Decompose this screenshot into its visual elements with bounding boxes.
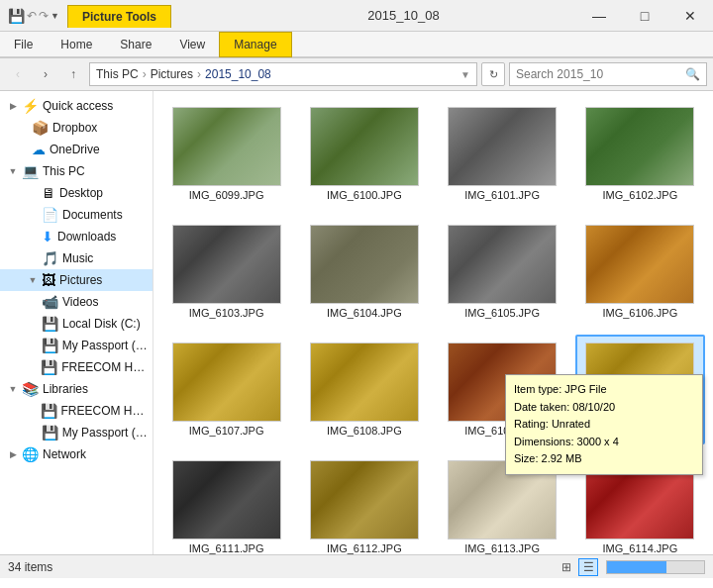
file-item[interactable]: IMG_6107.JPG — [161, 335, 291, 444]
picture-tools-tab[interactable]: Picture Tools — [67, 5, 171, 28]
sidebar-item-onedrive[interactable]: ☁ OneDrive — [0, 139, 153, 160]
tooltip-size: Size: 2.92 MB — [514, 450, 694, 468]
sidebar-item-my-passport2[interactable]: 💾 My Passport (E:) — [0, 422, 153, 443]
tab-home[interactable]: Home — [47, 32, 106, 56]
sidebar-item-quick-access[interactable]: ▶ ⚡ Quick access — [0, 95, 153, 117]
documents-icon: 📄 — [42, 207, 58, 223]
file-area: IMG_6099.JPGIMG_6100.JPGIMG_6101.JPGIMG_… — [153, 91, 713, 554]
address-bar: ‹ › ↑ This PC › Pictures › 2015_10_08 ▼ … — [0, 58, 713, 91]
breadcrumb-thispc[interactable]: This PC — [96, 67, 139, 81]
picture-tools-label: Picture Tools — [82, 10, 156, 24]
file-item[interactable]: IMG_6105.JPG — [438, 217, 567, 327]
expand-arrow-icon: ▶ — [8, 449, 18, 459]
minimize-button[interactable]: — — [576, 0, 622, 32]
tooltip-type: Item type: JPG File — [514, 381, 694, 399]
files-grid: IMG_6099.JPGIMG_6100.JPGIMG_6101.JPGIMG_… — [161, 99, 705, 554]
file-item[interactable]: IMG_6100.JPG — [299, 99, 429, 209]
refresh-button[interactable]: ↻ — [481, 62, 505, 86]
sidebar-label: My Passport (E:) — [62, 426, 149, 440]
save-icon[interactable]: 💾 — [8, 8, 25, 24]
thumbnail-view-button[interactable]: ⊞ — [557, 558, 576, 576]
redo-icon[interactable]: ↷ — [39, 9, 49, 23]
sidebar-item-this-pc[interactable]: ▼ 💻 This PC — [0, 160, 153, 182]
sidebar-item-videos[interactable]: 📹 Videos — [0, 291, 153, 313]
dropdown-arrow-icon[interactable]: ▼ — [460, 69, 470, 80]
file-name: IMG_6114.JPG — [602, 542, 677, 554]
up-button[interactable]: ↑ — [61, 62, 85, 86]
address-path[interactable]: This PC › Pictures › 2015_10_08 ▼ — [89, 62, 477, 86]
sidebar-item-documents[interactable]: 📄 Documents — [0, 204, 153, 226]
sidebar-label: This PC — [43, 164, 85, 178]
title-bar-left: 💾 ↶ ↷ ▼ — [0, 8, 67, 24]
sidebar-item-my-passport-e[interactable]: 💾 My Passport (E:) — [0, 335, 153, 356]
file-thumbnail — [310, 343, 419, 422]
quick-access-toolbar: 💾 ↶ ↷ ▼ — [8, 8, 59, 24]
sidebar-item-dropbox[interactable]: 📦 Dropbox — [0, 117, 153, 139]
search-icon[interactable]: 🔍 — [685, 67, 700, 81]
tooltip-date: Date taken: 08/10/20 — [514, 399, 694, 417]
sidebar-item-network[interactable]: ▶ 🌐 Network — [0, 443, 153, 465]
file-item[interactable]: IMG_6111.JPG — [161, 452, 291, 554]
pictures-icon: 🖼 — [42, 272, 55, 288]
file-item[interactable]: IMG_6099.JPG — [161, 99, 291, 209]
maximize-button[interactable]: □ — [622, 0, 667, 32]
search-box[interactable]: 🔍 — [509, 62, 707, 86]
search-input[interactable] — [516, 67, 681, 81]
undo-icon[interactable]: ↶ — [27, 9, 37, 23]
file-name: IMG_6100.JPG — [327, 189, 402, 201]
back-button[interactable]: ‹ — [6, 62, 30, 86]
dropdown-arrow-icon[interactable]: ▼ — [51, 11, 59, 21]
sidebar-item-libraries[interactable]: ▼ 📚 Libraries — [0, 378, 153, 400]
view-buttons: ⊞ ☰ — [557, 558, 598, 576]
tooltip-dimensions: Dimensions: 3000 x 4 — [514, 434, 694, 451]
sidebar-label: Documents — [62, 208, 123, 222]
file-item[interactable]: IMG_6104.JPG — [299, 217, 429, 327]
sidebar-label: Music — [62, 251, 93, 265]
libraries-icon: 📚 — [22, 381, 39, 397]
file-name: IMG_6108.JPG — [327, 425, 402, 437]
sidebar-item-local-disk[interactable]: 💾 Local Disk (C:) — [0, 313, 153, 335]
title-bar: 💾 ↶ ↷ ▼ Picture Tools 2015_10_08 — □ ✕ — [0, 0, 713, 32]
file-item[interactable]: IMG_6108.JPG — [299, 335, 429, 444]
file-name: IMG_6099.JPG — [189, 189, 264, 201]
sidebar-item-freecom1[interactable]: 💾 FREECOM HDD ! — [0, 356, 153, 378]
tab-view[interactable]: View — [165, 32, 219, 56]
quick-access-icon: ⚡ — [22, 98, 39, 114]
file-item[interactable]: IMG_6103.JPG — [161, 217, 291, 327]
main-layout: ▶ ⚡ Quick access 📦 Dropbox ☁ OneDrive ▼ … — [0, 91, 713, 554]
sidebar-label: My Passport (E:) — [62, 339, 149, 352]
expand-arrow-icon: ▶ — [8, 101, 18, 111]
file-thumbnail — [585, 107, 694, 186]
file-name: IMG_6106.JPG — [602, 307, 677, 319]
file-item[interactable]: IMG_6106.JPG — [575, 217, 705, 327]
file-item[interactable]: IMG_6102.JPG — [575, 99, 705, 209]
size-slider[interactable] — [606, 560, 705, 574]
disk-icon: 💾 — [42, 316, 58, 332]
breadcrumb-pictures[interactable]: Pictures — [151, 67, 193, 81]
ribbon-tabs: File Home Share View Manage — [0, 32, 713, 57]
file-thumbnail — [172, 107, 281, 186]
sidebar-item-freecom2[interactable]: 💾 FREECOM HDD (F — [0, 400, 153, 422]
forward-button[interactable]: › — [34, 62, 57, 86]
file-thumbnail — [448, 107, 557, 186]
file-name: IMG_6111.JPG — [189, 542, 264, 554]
drive-icon: 💾 — [42, 425, 58, 441]
close-button[interactable]: ✕ — [667, 0, 713, 32]
desktop-icon: 🖥 — [42, 185, 55, 201]
file-name: IMG_6113.JPG — [464, 542, 540, 554]
sidebar-item-desktop[interactable]: 🖥 Desktop — [0, 182, 153, 204]
file-thumbnail — [310, 107, 419, 186]
breadcrumb-current[interactable]: 2015_10_08 — [205, 67, 271, 81]
sidebar-label: Network — [43, 447, 86, 461]
sidebar-item-pictures[interactable]: ▼ 🖼 Pictures — [0, 269, 153, 291]
sidebar-item-music[interactable]: 🎵 Music — [0, 247, 153, 269]
file-name: IMG_6112.JPG — [327, 542, 402, 554]
file-item[interactable]: IMG_6112.JPG — [299, 452, 429, 554]
videos-icon: 📹 — [42, 294, 58, 310]
tab-manage[interactable]: Manage — [219, 32, 291, 57]
file-item[interactable]: IMG_6101.JPG — [438, 99, 567, 209]
sidebar-item-downloads[interactable]: ⬇ Downloads — [0, 226, 153, 247]
tab-file[interactable]: File — [0, 32, 47, 56]
list-view-button[interactable]: ☰ — [578, 558, 598, 576]
tab-share[interactable]: Share — [106, 32, 165, 56]
